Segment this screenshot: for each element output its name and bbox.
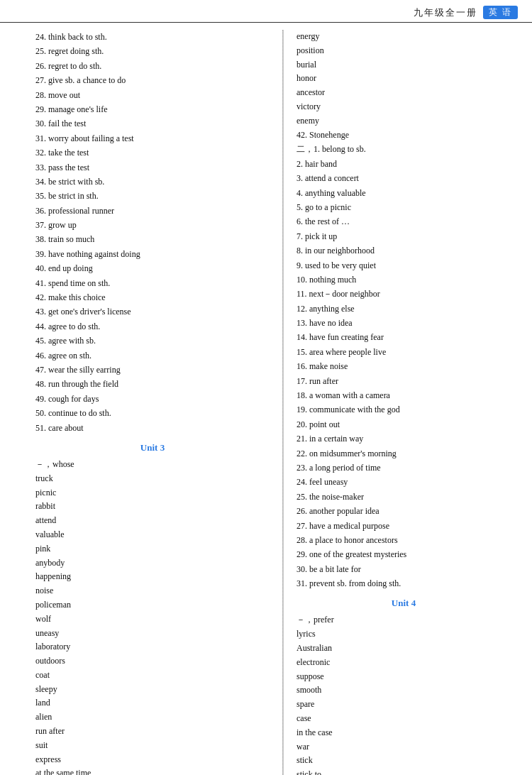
list-item: honor [297, 72, 511, 86]
list-item: valuable [35, 528, 270, 542]
header-title: 九年级全一册 [414, 6, 477, 19]
list-item: 34. be strict with sb. [35, 175, 270, 189]
list-item: 33. pass the test [35, 160, 270, 175]
list-item: 22. on midsummer's morning [297, 446, 511, 461]
list-item: 49. cough for days [35, 392, 270, 406]
list-item: 3. attend a concert [297, 171, 511, 185]
list-item: 27. have a medical purpose [297, 519, 511, 533]
list-item: 25. regret doing sth. [35, 44, 270, 58]
list-item: victory [297, 100, 511, 114]
list-item: 26. another popular idea [297, 504, 511, 518]
list-item: 11. next－door neighbor [297, 287, 511, 301]
list-item: anybody [35, 556, 270, 571]
list-item: run after [35, 725, 270, 739]
list-item: uneasy [35, 627, 270, 641]
section2-list: 二，1. belong to sb.2. hair band3. attend … [297, 142, 511, 590]
section2: 二，1. belong to sb.2. hair band3. attend … [297, 142, 511, 590]
list-item: 36. professional runner [35, 204, 270, 218]
list-item: ancestor [297, 86, 511, 100]
list-item: burial [297, 58, 511, 72]
list-item: happening [35, 570, 270, 584]
list-item: stick [297, 754, 511, 768]
list-item: 31. prevent sb. from doing sth. [297, 576, 511, 590]
list-item: 25. the noise-maker [297, 490, 511, 504]
list-item: 二，1. belong to sb. [297, 142, 511, 156]
list-item: lyrics [297, 627, 511, 642]
list-item: 23. a long period of time [297, 461, 511, 475]
list-item: coat [35, 669, 270, 683]
list-item: 42. make this choice [35, 290, 270, 304]
list-item: truck [35, 472, 270, 486]
list-item: smooth [297, 683, 511, 698]
list-item: 8. in our neighborhood [297, 243, 511, 258]
list-item: 5. go to a picnic [297, 200, 511, 214]
list-item: 35. be strict in sth. [35, 189, 270, 203]
list-item: 12. anything else [297, 302, 511, 316]
page-header: 九年级全一册 英 语 [0, 0, 532, 23]
list-item: 40. end up doing [35, 261, 270, 275]
list-item: picnic [35, 486, 270, 500]
list-item: 29. manage one's life [35, 102, 270, 116]
list-item: 31. worry about failing a test [35, 131, 270, 145]
list-item: －，prefer [297, 613, 511, 627]
list-item: land [35, 696, 270, 710]
list-item: pink [35, 542, 270, 556]
list-item: stick to [297, 768, 511, 775]
list-item: electronic [297, 656, 511, 670]
list-item: rabbit [35, 500, 270, 514]
list-item: suppose [297, 670, 511, 684]
list-item: sleepy [35, 683, 270, 697]
list-item: 29. one of the greatest mysteries [297, 547, 511, 561]
unit3-word-list: －，whosetruckpicnicrabbitattendvaluablepi… [35, 458, 270, 775]
list-item: 44. agree to do sth. [35, 319, 270, 334]
list-item: laboratory [35, 640, 270, 654]
list-item: 17. run after [297, 374, 511, 388]
list-item: attend [35, 514, 270, 528]
list-item: position [297, 44, 511, 58]
list-item: Australian [297, 642, 511, 656]
list-item: 50. continue to do sth. [35, 406, 270, 420]
list-item: 26. regret to do sth. [35, 59, 270, 73]
list-item: 15. area where people live [297, 345, 511, 359]
list-item: suit [35, 739, 270, 753]
list-item: 41. spend time on sth. [35, 276, 270, 290]
list-item: 45. agree with sb. [35, 334, 270, 348]
list-item: war [297, 740, 511, 754]
list-item: 47. wear the silly earring [35, 363, 270, 377]
list-item: 48. run through the field [35, 377, 270, 391]
main-content: 24. think back to sth.25. regret doing s… [0, 27, 532, 775]
list-item: 19. communicate with the god [297, 402, 511, 417]
column-divider [282, 30, 284, 775]
list-item: 2. hair band [297, 157, 511, 171]
top-words-list: energypositionburialhonorancestorvictory… [297, 30, 511, 142]
list-item: 38. train so much [35, 232, 270, 246]
list-item: 10. nothing much [297, 273, 511, 287]
list-item: 28. move out [35, 88, 270, 102]
list-item: enemy [297, 114, 511, 128]
list-item: 14. have fun creating fear [297, 330, 511, 344]
list-item: 30. be a bit late for [297, 562, 511, 576]
list-item: policeman [35, 598, 270, 612]
list-item: 37. grow up [35, 218, 270, 232]
list-item: 30. fail the test [35, 116, 270, 131]
list-item: 24. think back to sth. [35, 30, 270, 44]
list-item: 28. a place to honor ancestors [297, 533, 511, 547]
list-item: 7. pick it up [297, 229, 511, 243]
list-item: outdoors [35, 654, 270, 669]
list-item: 13. have no idea [297, 316, 511, 330]
list-item: 9. used to be very quiet [297, 258, 511, 273]
list-item: alien [35, 710, 270, 725]
list-item: 24. feel uneasy [297, 475, 511, 489]
list-item: spare [297, 698, 511, 712]
list-item: 39. have nothing against doing [35, 247, 270, 261]
list-item: 27. give sb. a chance to do [35, 73, 270, 87]
list-item: in the case [297, 726, 511, 740]
unit3-title: Unit 3 [35, 442, 270, 454]
list-item: wolf [35, 612, 270, 627]
unit4-title: Unit 4 [297, 598, 511, 609]
list-item: case [297, 712, 511, 726]
list-item: 21. in a certain way [297, 432, 511, 446]
list-item: 43. get one's driver's license [35, 304, 270, 319]
header-badge: 英 语 [483, 6, 518, 19]
list-item: 18. a woman with a camera [297, 388, 511, 402]
